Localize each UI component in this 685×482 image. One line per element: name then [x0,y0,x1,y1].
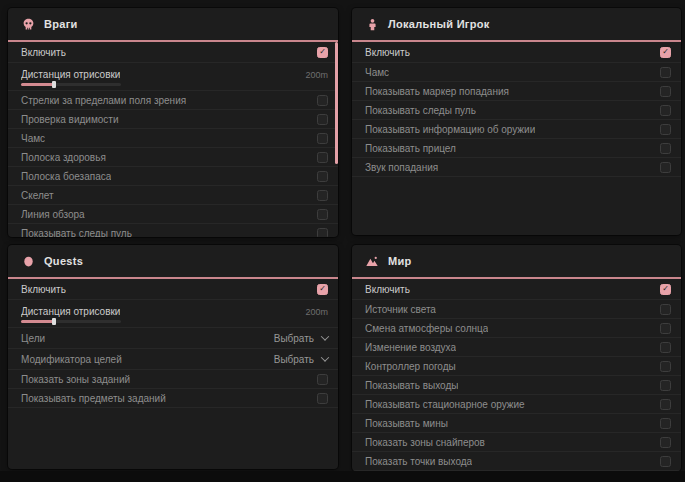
setting-label: Чамс [21,133,45,144]
setting-row-toggle: Показывать маркер попадания✓ [352,82,681,101]
checkbox[interactable]: ✓ [660,105,671,116]
panel-title: Quests [44,255,83,267]
setting-label: Полоска боезапаса [21,171,111,182]
setting-row-toggle: Показывать мины✓ [352,414,681,433]
checkbox[interactable]: ✓ [660,284,671,295]
checkbox[interactable]: ✓ [660,304,671,315]
slider-thumb[interactable] [52,81,56,88]
checkbox[interactable]: ✓ [660,86,671,97]
setting-label: Изменение воздуха [365,342,456,353]
slider-fill [21,320,54,323]
setting-label: Показывать выходы [365,380,458,391]
setting-label: Показывать информацию об оружии [365,124,535,135]
setting-row-select: ЦелиВыбрать [8,328,338,349]
checkbox[interactable]: ✓ [317,95,328,106]
checkbox[interactable]: ✓ [660,361,671,372]
setting-row-toggle: Включить✓ [8,279,338,300]
setting-row-toggle: Показывать следы пуль✓ [352,101,681,120]
setting-label: Показывать мины [365,418,448,429]
check-icon: ✓ [319,285,326,293]
panel-enemies-header[interactable]: Враги [8,8,338,40]
setting-row-toggle: Показывать выходы✓ [352,376,681,395]
panel-world: Мир Включить✓Источник света✓Смена атмосф… [352,245,681,471]
window-bottom-edge [0,471,685,482]
setting-label: Показывать предметы заданий [21,393,166,404]
checkbox[interactable]: ✓ [660,437,671,448]
setting-row-toggle: Показать зоны снайперов✓ [352,433,681,452]
dropdown[interactable]: Выбрать [274,354,328,365]
distance-slider[interactable] [21,83,121,86]
circle-icon [21,254,35,268]
dropdown[interactable]: Выбрать [274,333,328,344]
checkbox[interactable]: ✓ [660,380,671,391]
checkbox[interactable]: ✓ [317,171,328,182]
checkbox[interactable]: ✓ [317,284,328,295]
panel-world-header[interactable]: Мир [352,245,681,277]
checkbox[interactable]: ✓ [660,418,671,429]
slider-label-line: Дистанция отрисовки200m [21,306,328,317]
setting-row-toggle: Показывать прицел✓ [352,139,681,158]
setting-label: Проверка видимости [21,114,119,125]
chevron-down-icon [321,353,329,361]
setting-row-slider: Дистанция отрисовки200m [8,300,338,328]
checkbox[interactable]: ✓ [317,393,328,404]
setting-row-toggle: Показывать стационарное оружие✓ [352,395,681,414]
setting-row-toggle: Стрелки за пределами поля зрения✓ [8,91,338,110]
setting-row-toggle: Показать точки выхода✓ [352,452,681,471]
setting-label: Стрелки за пределами поля зрения [21,95,186,106]
checkbox[interactable]: ✓ [317,190,328,201]
slider-fill [21,83,54,86]
setting-row-toggle: Скелет✓ [8,186,338,205]
checkbox[interactable]: ✓ [660,143,671,154]
setting-label: Показывать прицел [365,143,456,154]
slider-thumb[interactable] [52,318,56,325]
setting-row-toggle: Включить✓ [352,42,681,63]
check-icon: ✓ [319,48,326,56]
slider-label-line: Дистанция отрисовки200m [21,69,328,80]
checkbox[interactable]: ✓ [660,456,671,467]
checkbox[interactable]: ✓ [660,47,671,58]
setting-row-toggle: Смена атмосферы солнца✓ [352,319,681,338]
checkbox[interactable]: ✓ [317,152,328,163]
setting-row-toggle: Чамс✓ [8,129,338,148]
setting-row-toggle: Включить✓ [352,279,681,300]
setting-row-toggle: Включить✓ [8,42,338,63]
checkbox[interactable]: ✓ [317,209,328,220]
setting-label: Модификатора целей [21,354,122,365]
checkbox[interactable]: ✓ [317,114,328,125]
panel-enemies: Враги Включить✓Дистанция отрисовки200mСт… [8,8,338,237]
checkbox[interactable]: ✓ [660,124,671,135]
panel-title: Мир [388,255,412,267]
checkbox[interactable]: ✓ [317,228,328,238]
setting-row-select: Модификатора целейВыбрать [8,349,338,370]
setting-label: Включить [365,284,410,295]
scrollbar-thumb[interactable] [335,42,338,164]
distance-slider[interactable] [21,320,121,323]
setting-label: Полоска здоровья [21,152,106,163]
setting-label: Включить [21,284,66,295]
setting-row-toggle: Полоска боезапаса✓ [8,167,338,186]
setting-label: Показывать стационарное оружие [365,399,525,410]
setting-row-toggle: Линия обзора✓ [8,205,338,224]
setting-row-toggle: Показывать предметы заданий✓ [8,389,338,408]
panel-local-player-header[interactable]: Локальный Игрок [352,8,681,40]
setting-label: Контроллер погоды [365,361,456,372]
checkbox[interactable]: ✓ [317,133,328,144]
checkbox[interactable]: ✓ [660,162,671,173]
panel-local-player: Локальный Игрок Включить✓Чамс✓Показывать… [352,8,681,235]
setting-label: Показать точки выхода [365,456,472,467]
checkbox[interactable]: ✓ [660,323,671,334]
setting-label: Дистанция отрисовки [21,69,120,80]
setting-row-toggle: Полоска здоровья✓ [8,148,338,167]
checkbox[interactable]: ✓ [317,374,328,385]
checkbox[interactable]: ✓ [660,399,671,410]
checkbox[interactable]: ✓ [660,67,671,78]
panel-quests: Quests Включить✓Дистанция отрисовки200mЦ… [8,245,338,469]
slider-value: 200m [305,70,328,80]
checkbox[interactable]: ✓ [660,342,671,353]
setting-label: Показывать маркер попадания [365,86,509,97]
panel-quests-header[interactable]: Quests [8,245,338,277]
checkbox[interactable]: ✓ [317,47,328,58]
person-icon [365,17,379,31]
setting-label: Дистанция отрисовки [21,306,120,317]
